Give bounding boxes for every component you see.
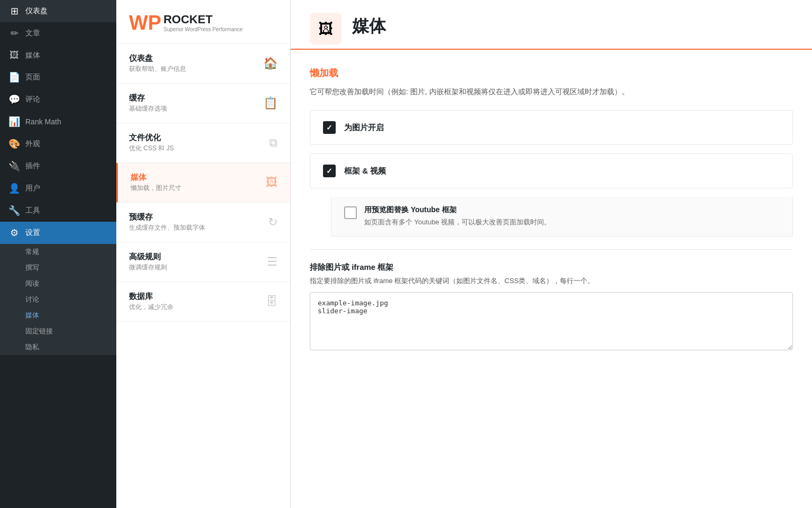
rocket-nav-title-database: 数据库 xyxy=(129,292,173,302)
submenu-item-general[interactable]: 常规 xyxy=(0,244,116,260)
iframes-checkbox[interactable] xyxy=(323,165,336,177)
sidebar-icon-media: 🖼 xyxy=(8,50,20,61)
sidebar-item-posts[interactable]: ✏文章 xyxy=(0,22,116,44)
rocket-nav-sub-preload: 生成缓存文件、预加载字体 xyxy=(129,223,205,232)
sidebar-item-comments[interactable]: 💬评论 xyxy=(0,88,116,111)
sidebar-icon-settings: ⚙ xyxy=(8,227,20,239)
sidebar-label-pages: 页面 xyxy=(25,72,40,82)
sidebar-item-plugins[interactable]: 🔌插件 xyxy=(0,155,116,177)
sidebar-icon-comments: 💬 xyxy=(8,94,20,105)
rocket-nav-preload[interactable]: 预缓存 生成缓存文件、预加载字体 ↻ xyxy=(116,203,290,242)
main-header: 🖼 媒体 xyxy=(291,0,812,50)
images-option-row: 为图片开启 xyxy=(310,110,793,145)
sidebar-label-users: 用户 xyxy=(25,184,40,193)
main-body: 懒加载 它可帮您改善加载时间（例如: 图片, 内嵌框架和视频将仅在进入或即将进入… xyxy=(291,50,812,369)
sidebar-item-tools[interactable]: 🔧工具 xyxy=(0,199,116,222)
lazy-load-title: 懒加载 xyxy=(310,67,793,79)
rocket-nav-file-opt[interactable]: 文件优化 优化 CSS 和 JS ⧉ xyxy=(116,123,290,163)
exclude-textarea[interactable]: example-image.jpg slider-image xyxy=(310,292,793,350)
submenu-item-reading[interactable]: 阅读 xyxy=(0,276,116,292)
submenu-item-media[interactable]: 媒体 xyxy=(0,307,116,323)
submenu-item-discussion[interactable]: 讨论 xyxy=(0,292,116,307)
sidebar-icon-pages: 📄 xyxy=(8,71,20,83)
rocket-nav-icon-database: 🗄 xyxy=(266,295,278,309)
rocket-nav-icon-cache: 📋 xyxy=(263,96,278,110)
sidebar-item-users[interactable]: 👤用户 xyxy=(0,177,116,199)
sidebar-item-appearance[interactable]: 🎨外观 xyxy=(0,133,116,155)
rocket-nav-title-file-opt: 文件优化 xyxy=(129,133,174,143)
rocket-nav-icon-media: 🖼 xyxy=(266,176,278,189)
rocket-nav-title-advrules: 高级规则 xyxy=(129,252,167,262)
wp-sidebar: ⊞仪表盘✏文章🖼媒体📄页面💬评论📊Rank Math🎨外观🔌插件👤用户🔧工具⚙设… xyxy=(0,0,116,508)
sidebar-icon-plugins: 🔌 xyxy=(8,160,20,172)
sidebar-icon-tools: 🔧 xyxy=(8,205,20,216)
youtube-label: 用预览图替换 Youtube 框架 xyxy=(364,205,551,215)
sidebar-label-tools: 工具 xyxy=(25,206,40,215)
logo-rocket: ROCKET xyxy=(163,13,243,26)
sidebar-label-rankmath: Rank Math xyxy=(25,117,61,126)
main-header-icon: 🖼 xyxy=(310,13,342,44)
exclude-section: 排除图片或 iframe 框架 指定要排除的图片或 iframe 框架代码的关键… xyxy=(310,262,793,353)
sidebar-icon-dashboard: ⊞ xyxy=(8,5,20,17)
rocket-nav-icon-advrules: ☰ xyxy=(267,255,278,269)
rocket-nav-sub-file-opt: 优化 CSS 和 JS xyxy=(129,144,174,153)
exclude-desc: 指定要排除的图片或 iframe 框架代码的关键词（如图片文件名、CSS类、域名… xyxy=(310,276,793,286)
main-header-title: 媒体 xyxy=(352,15,386,47)
youtube-sub-option: 用预览图替换 Youtube 框架 如页面含有多个 Youtube 视频，可以极… xyxy=(331,197,793,237)
sidebar-label-settings: 设置 xyxy=(25,228,40,238)
sidebar-label-dashboard: 仪表盘 xyxy=(25,6,48,16)
rocket-nav-sub-cache: 基础缓存选项 xyxy=(129,104,167,113)
rocket-nav-icon-dashboard: 🏠 xyxy=(263,57,278,70)
sidebar-item-pages[interactable]: 📄页面 xyxy=(0,66,116,88)
sidebar-item-settings[interactable]: ⚙设置 xyxy=(0,222,116,244)
youtube-desc: 如页面含有多个 Youtube 视频，可以极大改善页面加载时间。 xyxy=(364,217,551,228)
sidebar-icon-rankmath: 📊 xyxy=(8,116,20,128)
logo-wp: WP xyxy=(129,13,161,33)
iframes-option-row: 框架 & 视频 xyxy=(310,153,793,188)
images-checkbox[interactable] xyxy=(323,121,336,134)
rocket-nav: 仪表盘 获取帮助、账户信息 🏠 缓存 基础缓存选项 📋 文件优化 优化 CSS … xyxy=(116,44,290,322)
sidebar-label-appearance: 外观 xyxy=(25,139,40,149)
sidebar-icon-posts: ✏ xyxy=(8,28,20,39)
rocket-nav-title-media: 媒体 xyxy=(131,173,181,183)
sidebar-label-media: 媒体 xyxy=(25,51,40,60)
lazy-load-desc: 它可帮您改善加载时间（例如: 图片, 内嵌框架和视频将仅在进入或即将进入可视区域… xyxy=(310,86,793,97)
rocket-nav-database[interactable]: 数据库 优化，减少冗余 🗄 xyxy=(116,282,290,322)
submenu-item-writing[interactable]: 撰写 xyxy=(0,260,116,276)
youtube-checkbox[interactable] xyxy=(344,206,357,219)
section-divider xyxy=(310,249,793,250)
rocket-nav-media[interactable]: 媒体 懒加载，图片尺寸 🖼 xyxy=(116,163,290,203)
sidebar-icon-appearance: 🎨 xyxy=(8,138,20,150)
sidebar-label-plugins: 插件 xyxy=(25,161,40,171)
logo-subtitle: Superior WordPress Performance xyxy=(163,26,243,32)
rocket-nav-sub-dashboard: 获取帮助、账户信息 xyxy=(129,65,186,74)
rocket-nav-sub-advrules: 微调缓存规则 xyxy=(129,263,167,272)
iframes-label: 框架 & 视频 xyxy=(344,166,386,176)
rocket-nav-sub-media: 懒加载，图片尺寸 xyxy=(131,184,181,193)
submenu-item-privacy[interactable]: 隐私 xyxy=(0,339,116,355)
sidebar-item-dashboard[interactable]: ⊞仪表盘 xyxy=(0,0,116,22)
rocket-nav-title-preload: 预缓存 xyxy=(129,212,205,222)
rocket-nav-sub-database: 优化，减少冗余 xyxy=(129,303,173,312)
rocket-nav-dashboard[interactable]: 仪表盘 获取帮助、账户信息 🏠 xyxy=(116,44,290,84)
sidebar-label-posts: 文章 xyxy=(25,29,40,38)
wp-rocket-panel: WP ROCKET Superior WordPress Performance… xyxy=(116,0,291,508)
exclude-title: 排除图片或 iframe 框架 xyxy=(310,262,793,273)
sidebar-icon-users: 👤 xyxy=(8,183,20,194)
sidebar-item-rankmath[interactable]: 📊Rank Math xyxy=(0,111,116,133)
rocket-nav-title-dashboard: 仪表盘 xyxy=(129,53,186,64)
images-label: 为图片开启 xyxy=(344,123,384,133)
submenu-item-permalink[interactable]: 固定链接 xyxy=(0,323,116,339)
wpr-logo: WP ROCKET Superior WordPress Performance xyxy=(116,0,290,44)
rocket-nav-icon-file-opt: ⧉ xyxy=(269,136,278,150)
rocket-nav-title-cache: 缓存 xyxy=(129,93,167,103)
rocket-nav-icon-preload: ↻ xyxy=(268,215,278,229)
rocket-nav-cache[interactable]: 缓存 基础缓存选项 📋 xyxy=(116,84,290,123)
sidebar-label-comments: 评论 xyxy=(25,95,40,104)
rocket-nav-advrules[interactable]: 高级规则 微调缓存规则 ☰ xyxy=(116,242,290,282)
main-content: 🖼 媒体 懒加载 它可帮您改善加载时间（例如: 图片, 内嵌框架和视频将仅在进入… xyxy=(291,0,812,508)
sidebar-item-media[interactable]: 🖼媒体 xyxy=(0,44,116,66)
